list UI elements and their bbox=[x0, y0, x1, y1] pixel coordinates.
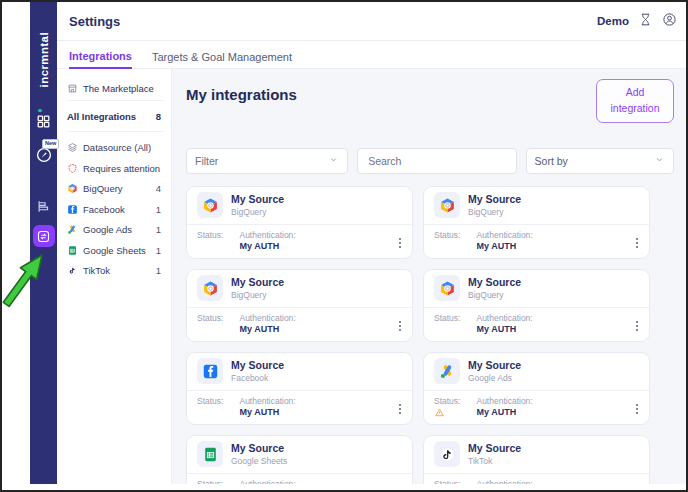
top-bar: Settings Demo bbox=[57, 2, 686, 41]
section-title: My integrations bbox=[186, 86, 297, 103]
marketplace-link[interactable]: The Marketplace bbox=[67, 76, 163, 101]
filter-item-label: BigQuery bbox=[83, 183, 123, 194]
status-label: Status: bbox=[197, 230, 223, 240]
card-menu-kebab-icon[interactable] bbox=[397, 402, 403, 415]
authentication-value: My AUTH bbox=[476, 407, 532, 417]
authentication-label: Authentication: bbox=[476, 230, 532, 240]
bigquery-icon bbox=[434, 192, 460, 218]
logo-green-dot bbox=[38, 109, 42, 113]
integrations-nav-icon[interactable] bbox=[30, 225, 57, 247]
filter-item-count: 1 bbox=[156, 265, 163, 276]
integration-filter-panel: The Marketplace All Integrations 8 Datas… bbox=[57, 69, 172, 484]
app-window: Settings Demo In bbox=[57, 2, 686, 484]
status-indicator bbox=[197, 324, 223, 336]
status-indicator bbox=[434, 241, 460, 253]
warning-icon bbox=[434, 404, 445, 422]
integration-card[interactable]: My SourceFacebookStatus:Authentication:M… bbox=[186, 352, 413, 425]
card-source-name: BigQuery bbox=[231, 207, 284, 217]
filter-item-label: Google Sheets bbox=[83, 245, 146, 256]
card-source-name: Google Sheets bbox=[231, 456, 287, 466]
filter-item-tiktok[interactable]: TikTok1 bbox=[67, 265, 163, 276]
filter-item-label: TikTok bbox=[83, 265, 110, 276]
logo-text: incrmntal bbox=[38, 32, 50, 87]
authentication-value: My AUTH bbox=[239, 324, 295, 334]
card-menu-kebab-icon[interactable] bbox=[397, 319, 403, 332]
status-indicator bbox=[197, 407, 223, 419]
authentication-label: Authentication: bbox=[239, 479, 295, 485]
compass-new-icon[interactable]: New bbox=[30, 146, 57, 164]
filter-item-datasource-all[interactable]: Datasource (All) bbox=[67, 142, 163, 153]
integration-card[interactable]: My SourceBigQueryStatus:Authentication:M… bbox=[423, 186, 650, 259]
authentication-value: My AUTH bbox=[476, 324, 532, 334]
chevron-down-icon bbox=[328, 154, 339, 167]
sort-dropdown[interactable]: Sort by bbox=[526, 148, 674, 174]
status-indicator bbox=[434, 407, 460, 419]
authentication-value: My AUTH bbox=[476, 241, 532, 251]
status-label: Status: bbox=[197, 479, 223, 485]
filter-item-label: Facebook bbox=[83, 204, 125, 215]
hourglass-icon[interactable] bbox=[638, 12, 653, 31]
add-integration-button[interactable]: Add integration bbox=[596, 79, 674, 123]
tab-targets-goal-management[interactable]: Targets & Goal Management bbox=[152, 51, 292, 68]
filter-item-label: Datasource (All) bbox=[83, 142, 151, 153]
filter-item-label: Requires attention bbox=[83, 163, 160, 174]
filter-item-google-sheets[interactable]: Google Sheets1 bbox=[67, 245, 163, 256]
workspace-label[interactable]: Demo bbox=[597, 15, 629, 27]
integration-card[interactable]: My SourceTikTokStatus:Authentication:My … bbox=[423, 435, 650, 485]
card-source-name: BigQuery bbox=[468, 290, 521, 300]
card-source-name: TikTok bbox=[468, 456, 521, 466]
all-integrations-filter[interactable]: All Integrations 8 bbox=[67, 101, 163, 132]
status-label: Status: bbox=[434, 230, 460, 240]
card-menu-kebab-icon[interactable] bbox=[634, 319, 640, 332]
filter-item-count: 1 bbox=[156, 224, 163, 235]
bigquery-icon bbox=[67, 183, 78, 194]
sort-dropdown-label: Sort by bbox=[535, 155, 568, 167]
page-title: Settings bbox=[69, 14, 120, 29]
integration-card[interactable]: My SourceBigQueryStatus:Authentication:M… bbox=[423, 269, 650, 342]
chevron-down-icon bbox=[654, 154, 665, 167]
filter-dropdown-label: Filter bbox=[195, 155, 218, 167]
card-menu-kebab-icon[interactable] bbox=[634, 402, 640, 415]
filter-item-google-ads[interactable]: Google Ads1 bbox=[67, 224, 163, 235]
filter-item-facebook[interactable]: Facebook1 bbox=[67, 204, 163, 215]
card-title: My Source bbox=[468, 359, 521, 372]
google-sheets-icon bbox=[67, 245, 78, 256]
new-feature-badge: New bbox=[42, 139, 59, 149]
google-ads-icon bbox=[434, 358, 460, 384]
filter-dropdown[interactable]: Filter bbox=[186, 148, 348, 174]
google-sheets-icon bbox=[197, 441, 223, 467]
card-title: My Source bbox=[231, 359, 284, 372]
card-source-name: Google Ads bbox=[468, 373, 521, 383]
dashboard-grid-icon[interactable] bbox=[30, 114, 57, 129]
card-source-name: BigQuery bbox=[468, 207, 521, 217]
filter-item-label: Google Ads bbox=[83, 224, 132, 235]
card-title: My Source bbox=[468, 193, 521, 206]
card-title: My Source bbox=[231, 442, 287, 455]
tab-bar: Integrations Targets & Goal Management bbox=[57, 41, 686, 69]
source-filter-list: Datasource (All)Requires attentionBigQue… bbox=[67, 132, 163, 276]
status-label: Status: bbox=[197, 313, 223, 323]
tab-integrations[interactable]: Integrations bbox=[69, 50, 132, 69]
search-input[interactable] bbox=[366, 154, 507, 168]
authentication-label: Authentication: bbox=[239, 313, 295, 323]
toolbar: Filter Sort by bbox=[186, 148, 674, 174]
filter-item-bigquery[interactable]: BigQuery4 bbox=[67, 183, 163, 194]
bigquery-icon bbox=[197, 192, 223, 218]
integration-card[interactable]: My SourceBigQueryStatus:Authentication:M… bbox=[186, 186, 413, 259]
filter-item-requires-attention[interactable]: Requires attention bbox=[67, 163, 163, 174]
integration-card[interactable]: My SourceBigQueryStatus:Authentication:M… bbox=[186, 269, 413, 342]
user-avatar-icon[interactable] bbox=[662, 12, 677, 31]
bigquery-icon bbox=[197, 275, 223, 301]
reports-icon[interactable] bbox=[30, 199, 57, 214]
integration-card[interactable]: My SourceGoogle SheetsStatus:Authenticat… bbox=[186, 435, 413, 485]
card-menu-kebab-icon[interactable] bbox=[634, 236, 640, 249]
integration-card[interactable]: My SourceGoogle AdsStatus:Authentication… bbox=[423, 352, 650, 425]
facebook-icon bbox=[67, 204, 78, 215]
filter-item-count: 4 bbox=[156, 183, 163, 194]
card-menu-kebab-icon[interactable] bbox=[397, 236, 403, 249]
datasource-icon bbox=[67, 142, 78, 153]
marketplace-label: The Marketplace bbox=[83, 83, 154, 94]
search-box bbox=[357, 148, 516, 174]
app-sidebar: incrmntal New bbox=[30, 2, 57, 484]
card-title: My Source bbox=[231, 193, 284, 206]
